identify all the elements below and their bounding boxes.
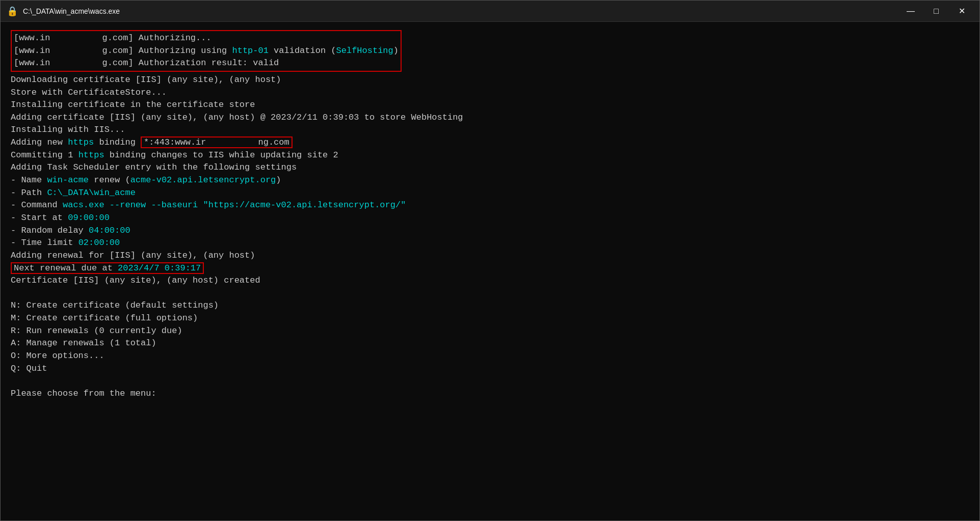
auth-line-2: [www.in g.com] Authorizing using http-01…: [14, 45, 399, 58]
download-line: Downloading certificate [IIS] (any site)…: [11, 74, 969, 87]
menu-n: N: Create certificate (default settings): [11, 299, 969, 312]
terminal-window: 🔒 C:\_DATA\win_acme\wacs.exe — □ ✕ [www.…: [0, 0, 980, 521]
minimize-button[interactable]: —: [899, 3, 922, 19]
installing-iis-line: Installing with IIS...: [11, 124, 969, 136]
adding-binding-line: Adding new https binding *:443:www.ir ng…: [11, 136, 969, 149]
command-line: - Command wacs.exe --renew --baseuri "ht…: [11, 199, 969, 212]
title-bar: 🔒 C:\_DATA\win_acme\wacs.exe — □ ✕: [1, 1, 979, 22]
lock-icon: 🔒: [7, 6, 18, 17]
auth-line-3: [www.in g.com] Authorization result: val…: [14, 57, 399, 70]
menu-a: A: Manage renewals (1 total): [11, 337, 969, 350]
menu-o: O: More options...: [11, 350, 969, 363]
name-line: - Name win-acme renew (acme-v02.api.lets…: [11, 174, 969, 187]
prompt-line: Please choose from the menu:: [11, 388, 969, 400]
adding-renewal-line: Adding renewal for [IIS] (any site), (an…: [11, 250, 969, 262]
start-line: - Start at 09:00:00: [11, 212, 969, 225]
random-delay-line: - Random delay 04:00:00: [11, 225, 969, 237]
close-button[interactable]: ✕: [950, 3, 973, 19]
auth-box: [www.in g.com] Authorizing... [www.in g.…: [11, 30, 402, 72]
title-left: 🔒 C:\_DATA\win_acme\wacs.exe: [7, 6, 120, 17]
menu-q: Q: Quit: [11, 363, 969, 375]
window-controls: — □ ✕: [899, 3, 973, 19]
task-scheduler-line: Adding Task Scheduler entry with the fol…: [11, 161, 969, 174]
committing-line: Committing 1 https binding changes to II…: [11, 149, 969, 162]
window-title: C:\_DATA\win_acme\wacs.exe: [23, 7, 120, 15]
auth-line-1: [www.in g.com] Authorizing...: [14, 32, 399, 45]
menu-r: R: Run renewals (0 currently due): [11, 325, 969, 338]
adding-cert-line: Adding certificate [IIS] (any site), (an…: [11, 112, 969, 124]
maximize-button[interactable]: □: [924, 3, 948, 19]
time-limit-line: - Time limit 02:00:00: [11, 237, 969, 250]
menu-m: M: Create certificate (full options): [11, 312, 969, 325]
blank-line-1: [11, 287, 969, 300]
terminal-output: [www.in g.com] Authorizing... [www.in g.…: [1, 22, 979, 520]
path-line: - Path C:\_DATA\win_acme: [11, 187, 969, 200]
store-line: Store with CertificateStore...: [11, 87, 969, 99]
next-renewal-line: Next renewal due at 2023/4/7 0:39:17: [11, 262, 969, 275]
cert-created-line: Certificate [IIS] (any site), (any host)…: [11, 275, 969, 287]
installing-cert-line: Installing certificate in the certificat…: [11, 99, 969, 112]
blank-line-2: [11, 375, 969, 388]
